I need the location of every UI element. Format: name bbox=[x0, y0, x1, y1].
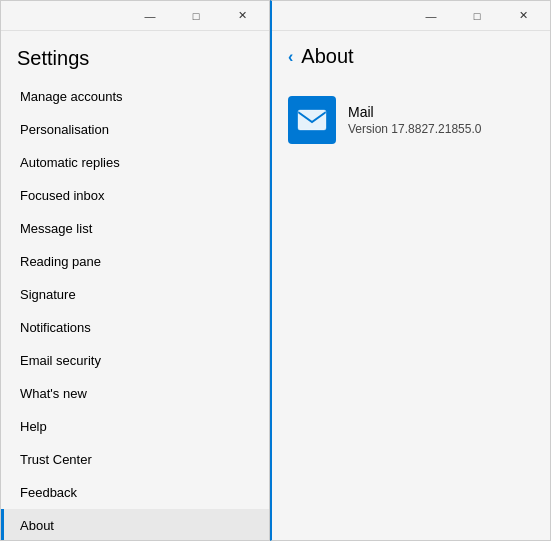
nav-item-automatic-replies[interactable]: Automatic replies bbox=[1, 146, 269, 179]
svg-rect-0 bbox=[298, 110, 326, 130]
left-maximize-button[interactable]: □ bbox=[173, 1, 219, 31]
back-button[interactable]: About bbox=[301, 45, 353, 68]
app-version-label: Version 17.8827.21855.0 bbox=[348, 122, 481, 136]
nav-item-personalisation[interactable]: Personalisation bbox=[1, 113, 269, 146]
left-window-controls: — □ ✕ bbox=[127, 1, 265, 31]
settings-nav-list: Manage accounts Personalisation Automati… bbox=[1, 80, 269, 540]
about-header: ‹ About bbox=[272, 31, 550, 80]
legal-links-section: Microsoft Software Licence Terms Privacy… bbox=[542, 341, 551, 520]
mail-icon-svg bbox=[296, 104, 328, 136]
settings-title: Settings bbox=[1, 31, 269, 80]
left-minimize-button[interactable]: — bbox=[127, 1, 173, 31]
nav-item-about[interactable]: About bbox=[1, 509, 269, 540]
right-title-bar: — □ ✕ bbox=[272, 1, 550, 31]
app-name-label: Mail bbox=[348, 104, 481, 120]
nav-item-reading-pane[interactable]: Reading pane bbox=[1, 245, 269, 278]
settings-window: — □ ✕ Settings Manage accounts Personali… bbox=[0, 0, 270, 541]
nav-item-email-security[interactable]: Email security bbox=[1, 344, 269, 377]
nav-item-message-list[interactable]: Message list bbox=[1, 212, 269, 245]
nav-item-help[interactable]: Help bbox=[1, 410, 269, 443]
app-details: Mail Version 17.8827.21855.0 bbox=[348, 104, 481, 136]
nav-item-feedback[interactable]: Feedback bbox=[1, 476, 269, 509]
nav-item-signature[interactable]: Signature bbox=[1, 278, 269, 311]
right-minimize-button[interactable]: — bbox=[408, 1, 454, 31]
nav-item-manage-accounts[interactable]: Manage accounts bbox=[1, 80, 269, 113]
right-close-button[interactable]: ✕ bbox=[500, 1, 546, 31]
mail-app-icon bbox=[288, 96, 336, 144]
right-window-controls: — □ ✕ bbox=[408, 1, 546, 31]
about-window: — □ ✕ ‹ About Mail Version 17.8827. bbox=[270, 0, 551, 541]
right-maximize-button[interactable]: □ bbox=[454, 1, 500, 31]
app-info-section: Mail Version 17.8827.21855.0 bbox=[288, 96, 534, 144]
settings-content: Settings Manage accounts Personalisation… bbox=[1, 31, 269, 540]
nav-item-focused-inbox[interactable]: Focused inbox bbox=[1, 179, 269, 212]
left-close-button[interactable]: ✕ bbox=[219, 1, 265, 31]
about-content-area: ‹ About Mail Version 17.8827.21855.0 bbox=[272, 31, 550, 540]
nav-item-trust-center[interactable]: Trust Center bbox=[1, 443, 269, 476]
nav-item-whats-new[interactable]: What's new bbox=[1, 377, 269, 410]
nav-item-notifications[interactable]: Notifications bbox=[1, 311, 269, 344]
about-main-content: Mail Version 17.8827.21855.0 bbox=[272, 80, 550, 540]
back-chevron-icon: ‹ bbox=[288, 48, 293, 66]
left-title-bar: — □ ✕ bbox=[1, 1, 269, 31]
